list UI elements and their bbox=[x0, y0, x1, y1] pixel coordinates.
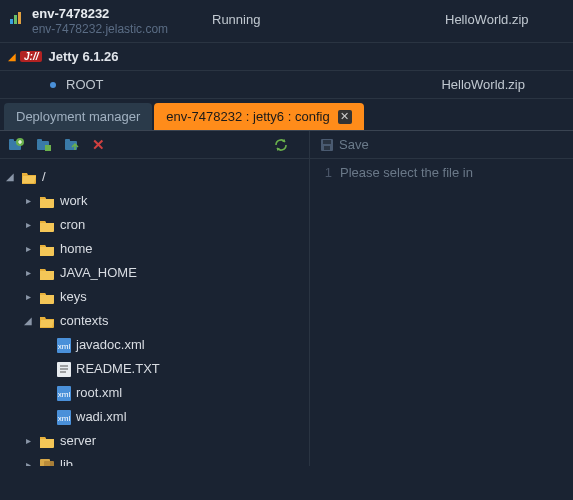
editor-pane: Save 1 Please select the file in bbox=[310, 131, 573, 466]
svg-rect-2 bbox=[18, 12, 21, 24]
svg-rect-7 bbox=[37, 139, 42, 142]
tree-item-readme-txt[interactable]: README.TXT bbox=[4, 357, 305, 381]
save-icon bbox=[320, 138, 334, 152]
tab-label: Deployment manager bbox=[16, 109, 140, 124]
environment-deployment: HelloWorld.zip bbox=[445, 6, 565, 27]
save-button[interactable]: Save bbox=[339, 137, 369, 152]
tree-item-server[interactable]: ▸server bbox=[4, 429, 305, 453]
folder-icon bbox=[39, 267, 55, 280]
tree-toolbar: ✕ bbox=[0, 131, 309, 159]
new-file-button[interactable] bbox=[8, 138, 24, 152]
text-file-icon bbox=[57, 362, 71, 377]
editor-body[interactable]: 1 Please select the file in bbox=[310, 159, 573, 186]
folder-open-icon bbox=[21, 171, 37, 184]
tree-label: README.TXT bbox=[76, 359, 160, 379]
svg-rect-8 bbox=[45, 145, 51, 151]
chevron-right-icon[interactable]: ▸ bbox=[22, 191, 34, 211]
editor-toolbar: Save bbox=[310, 131, 573, 159]
jetty-icon: J:// bbox=[20, 51, 42, 62]
svg-rect-0 bbox=[10, 19, 13, 24]
file-tree-pane: ✕ ◢/▸work▸cron▸home▸JAVA_HOME▸keys◢conte… bbox=[0, 131, 310, 466]
chevron-right-icon[interactable]: ▸ bbox=[22, 263, 34, 283]
svg-rect-4 bbox=[9, 139, 14, 142]
tree-label: wadi.xml bbox=[76, 407, 127, 427]
chevron-right-icon[interactable]: ▸ bbox=[22, 431, 34, 451]
chevron-right-icon[interactable]: ▸ bbox=[22, 287, 34, 307]
tree-label: keys bbox=[60, 287, 87, 307]
chevron-right-icon[interactable]: ▸ bbox=[22, 455, 34, 466]
tree-label: / bbox=[42, 167, 46, 187]
svg-text:xml: xml bbox=[58, 414, 71, 423]
tree-label: JAVA_HOME bbox=[60, 263, 137, 283]
tree-item-keys[interactable]: ▸keys bbox=[4, 285, 305, 309]
editor-placeholder: Please select the file in bbox=[340, 165, 473, 180]
line-number: 1 bbox=[310, 165, 340, 180]
expand-icon[interactable]: ◢ bbox=[8, 51, 16, 62]
environment-name-block[interactable]: env-7478232 env-7478232.jelastic.com bbox=[32, 6, 212, 36]
library-icon bbox=[39, 458, 55, 466]
close-icon[interactable]: ✕ bbox=[338, 110, 352, 124]
folder-icon bbox=[39, 435, 55, 448]
tab-bar: Deployment manager env-7478232 : jetty6 … bbox=[0, 99, 573, 131]
svg-rect-25 bbox=[324, 146, 330, 150]
server-name: Jetty 6.1.26 bbox=[48, 49, 118, 64]
folder-icon bbox=[39, 195, 55, 208]
tab-config[interactable]: env-7478232 : jetty6 : config ✕ bbox=[154, 103, 363, 130]
environment-icon bbox=[8, 10, 24, 26]
chevron-right-icon[interactable]: ▸ bbox=[22, 239, 34, 259]
tree-item-root-xml[interactable]: xmlroot.xml bbox=[4, 381, 305, 405]
tree-label: work bbox=[60, 191, 87, 211]
xml-file-icon: xml bbox=[57, 410, 71, 425]
delete-button[interactable]: ✕ bbox=[92, 136, 105, 154]
tab-deployment-manager[interactable]: Deployment manager bbox=[4, 103, 152, 130]
folder-icon bbox=[39, 219, 55, 232]
environment-status: Running bbox=[212, 6, 445, 27]
bullet-icon bbox=[50, 82, 56, 88]
svg-rect-10 bbox=[65, 139, 70, 142]
tab-label: env-7478232 : jetty6 : config bbox=[166, 109, 329, 124]
environment-name: env-7478232 bbox=[32, 6, 212, 21]
tree-label: javadoc.xml bbox=[76, 335, 145, 355]
xml-file-icon: xml bbox=[57, 386, 71, 401]
server-row[interactable]: ◢ J:// Jetty 6.1.26 bbox=[0, 43, 573, 71]
tree-item-work[interactable]: ▸work bbox=[4, 189, 305, 213]
upload-button[interactable] bbox=[64, 138, 80, 152]
tree-label: cron bbox=[60, 215, 85, 235]
context-deployment: HelloWorld.zip bbox=[441, 77, 565, 92]
new-folder-button[interactable] bbox=[36, 138, 52, 152]
tree-item-wadi-xml[interactable]: xmlwadi.xml bbox=[4, 405, 305, 429]
tree-label: lib bbox=[60, 455, 73, 466]
svg-rect-22 bbox=[44, 461, 54, 466]
svg-text:xml: xml bbox=[58, 342, 71, 351]
tree-label: root.xml bbox=[76, 383, 122, 403]
svg-text:xml: xml bbox=[58, 390, 71, 399]
tree-item-java-home[interactable]: ▸JAVA_HOME bbox=[4, 261, 305, 285]
folder-open-icon bbox=[39, 315, 55, 328]
refresh-button[interactable] bbox=[273, 137, 289, 153]
svg-rect-24 bbox=[323, 140, 331, 144]
tree-root[interactable]: ◢/ bbox=[4, 165, 305, 189]
folder-icon bbox=[39, 291, 55, 304]
tree-item-lib[interactable]: ▸lib bbox=[4, 453, 305, 466]
svg-rect-1 bbox=[14, 15, 17, 24]
context-row[interactable]: ROOT HelloWorld.zip bbox=[0, 71, 573, 99]
context-name: ROOT bbox=[66, 77, 246, 92]
tree-item-contexts[interactable]: ◢contexts bbox=[4, 309, 305, 333]
tree-label: home bbox=[60, 239, 93, 259]
tree-item-cron[interactable]: ▸cron bbox=[4, 213, 305, 237]
tree-item-home[interactable]: ▸home bbox=[4, 237, 305, 261]
chevron-down-icon[interactable]: ◢ bbox=[22, 311, 34, 331]
tree-label: contexts bbox=[60, 311, 108, 331]
folder-icon bbox=[39, 243, 55, 256]
tree-item-javadoc-xml[interactable]: xmljavadoc.xml bbox=[4, 333, 305, 357]
xml-file-icon: xml bbox=[57, 338, 71, 353]
chevron-down-icon[interactable]: ◢ bbox=[4, 167, 16, 187]
file-tree[interactable]: ◢/▸work▸cron▸home▸JAVA_HOME▸keys◢context… bbox=[0, 159, 309, 466]
environment-domain: env-7478232.jelastic.com bbox=[32, 22, 212, 36]
chevron-right-icon[interactable]: ▸ bbox=[22, 215, 34, 235]
tree-label: server bbox=[60, 431, 96, 451]
environment-header: env-7478232 env-7478232.jelastic.com Run… bbox=[0, 0, 573, 43]
